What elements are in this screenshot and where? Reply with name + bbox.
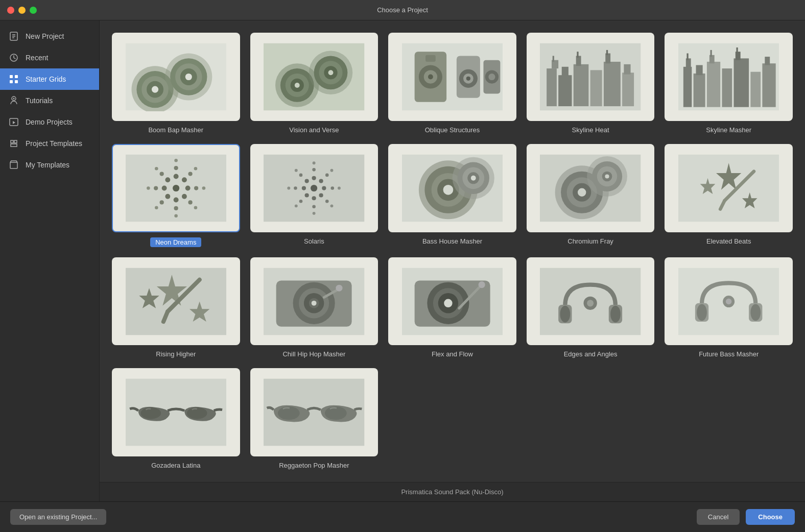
svg-point-87: [165, 177, 170, 182]
cancel-button[interactable]: Cancel: [697, 509, 740, 525]
template-flex-and-flow[interactable]: Flex and Flow: [388, 257, 516, 358]
template-label-elevated-beats: Elevated Beats: [706, 237, 751, 245]
sidebar-item-tutorials[interactable]: Tutorials: [0, 90, 99, 111]
svg-point-28: [295, 83, 300, 88]
svg-rect-66: [694, 74, 705, 107]
svg-point-111: [305, 193, 309, 197]
sidebar-item-starter-grids[interactable]: Starter Grids: [0, 68, 99, 90]
svg-point-197: [187, 407, 207, 419]
sidebar-item-demo-projects[interactable]: Demo Projects: [0, 111, 99, 133]
template-thumb-chill-hip-hop-masher: [250, 257, 378, 346]
svg-rect-60: [623, 72, 634, 106]
svg-point-33: [328, 70, 334, 75]
svg-point-98: [202, 186, 205, 190]
template-edges-and-angles[interactable]: Edges and Angles: [527, 257, 655, 358]
template-rising-higher[interactable]: Rising Higher: [112, 257, 240, 358]
sidebar: New Project Recent Starter Grids: [0, 20, 100, 501]
template-chill-hip-hop-masher[interactable]: Chill Hip Hop Masher: [250, 257, 378, 358]
template-elevated-beats[interactable]: Elevated Beats: [665, 144, 793, 247]
content-area: Boom Bap Masher: [100, 20, 805, 501]
close-button[interactable]: [7, 7, 14, 14]
svg-point-185: [611, 305, 621, 322]
choose-button[interactable]: Choose: [746, 509, 795, 525]
sidebar-item-recent[interactable]: Recent: [0, 47, 99, 68]
sidebar-item-project-templates[interactable]: Project Templates: [0, 133, 99, 154]
svg-point-125: [330, 204, 334, 207]
sidebar-item-recent-label: Recent: [26, 54, 48, 62]
svg-point-109: [319, 193, 323, 197]
template-label-skyline-heat: Skyline Heat: [572, 126, 609, 134]
template-label-rising-higher: Rising Higher: [156, 350, 196, 358]
svg-rect-51: [559, 75, 572, 106]
template-skyline-heat[interactable]: Skyline Heat: [527, 33, 655, 134]
svg-point-84: [173, 197, 178, 202]
template-boom-bap-masher[interactable]: Boom Bap Masher: [112, 33, 240, 134]
template-label-vision-and-verse: Vision and Verse: [289, 126, 339, 134]
svg-rect-57: [604, 62, 621, 106]
window-controls[interactable]: [7, 7, 37, 14]
new-project-icon: [8, 31, 19, 42]
template-thumb-skyline-masher: [665, 33, 793, 121]
svg-rect-54: [576, 56, 581, 66]
svg-point-86: [161, 185, 167, 190]
svg-rect-72: [734, 58, 749, 107]
template-thumb-edges-and-angles: [527, 257, 655, 346]
svg-point-81: [182, 177, 187, 182]
svg-point-119: [299, 200, 303, 203]
svg-rect-55: [577, 52, 579, 58]
svg-rect-69: [709, 55, 715, 63]
template-chromium-fray[interactable]: Chromium Fray: [527, 144, 655, 247]
template-label-chill-hip-hop-masher: Chill Hip Hop Masher: [282, 350, 345, 358]
svg-point-187: [587, 300, 594, 306]
svg-point-116: [331, 186, 335, 190]
template-bass-house-masher[interactable]: Bass House Masher: [388, 144, 516, 247]
templates-scroll[interactable]: Boom Bap Masher: [100, 20, 805, 482]
svg-rect-7: [10, 80, 13, 83]
sidebar-item-new-project[interactable]: New Project: [0, 26, 99, 47]
template-neon-dreams[interactable]: Neon Dreams: [112, 144, 240, 247]
titlebar: Choose a Project: [0, 0, 805, 20]
svg-rect-6: [15, 75, 18, 78]
svg-rect-65: [686, 53, 688, 60]
svg-point-178: [444, 299, 452, 307]
svg-rect-63: [683, 67, 692, 107]
svg-rect-70: [711, 50, 712, 57]
template-thumb-rising-higher: [112, 257, 240, 346]
main-content: New Project Recent Starter Grids: [0, 20, 805, 501]
template-future-bass-masher[interactable]: Future Bass Masher: [665, 257, 793, 358]
svg-point-135: [443, 185, 453, 195]
svg-point-79: [173, 185, 179, 191]
svg-point-118: [313, 205, 316, 208]
template-solaris[interactable]: Solaris: [250, 144, 378, 247]
sidebar-item-my-templates[interactable]: My Templates: [0, 154, 99, 176]
template-label-neon-dreams: Neon Dreams: [150, 237, 201, 247]
svg-point-170: [312, 300, 317, 305]
sidebar-item-project-templates-label: Project Templates: [26, 139, 82, 148]
svg-point-105: [311, 185, 317, 191]
svg-point-180: [478, 281, 485, 288]
svg-point-88: [174, 166, 178, 170]
sidebar-item-demo-projects-label: Demo Projects: [26, 118, 73, 126]
svg-point-146: [578, 188, 586, 196]
template-thumb-chromium-fray: [527, 144, 655, 232]
svg-rect-61: [624, 64, 631, 75]
svg-rect-39: [425, 55, 436, 62]
template-label-skyline-masher: Skyline Masher: [706, 126, 751, 134]
template-gozadera-latina[interactable]: Gozadera Latina: [112, 368, 240, 469]
template-thumb-elevated-beats: [665, 144, 793, 232]
template-oblique-structures[interactable]: Oblique Structures: [388, 33, 516, 134]
template-thumb-future-bass-masher: [665, 257, 793, 346]
template-label-solaris: Solaris: [304, 237, 324, 245]
maximize-button[interactable]: [30, 7, 37, 14]
template-thumb-reggaeton-pop-masher: [250, 368, 378, 456]
svg-point-90: [194, 186, 198, 190]
svg-rect-76: [762, 63, 775, 107]
grid-icon: [8, 74, 19, 85]
template-reggaeton-pop-masher[interactable]: Reggaeton Pop Masher: [250, 368, 378, 469]
template-vision-and-verse[interactable]: Vision and Verse: [250, 33, 378, 134]
minimize-button[interactable]: [18, 7, 26, 14]
svg-rect-5: [10, 75, 13, 78]
open-existing-project-button[interactable]: Open an existing Project...: [10, 509, 106, 525]
template-label-chromium-fray: Chromium Fray: [567, 237, 613, 245]
template-skyline-masher[interactable]: Skyline Masher: [665, 33, 793, 134]
